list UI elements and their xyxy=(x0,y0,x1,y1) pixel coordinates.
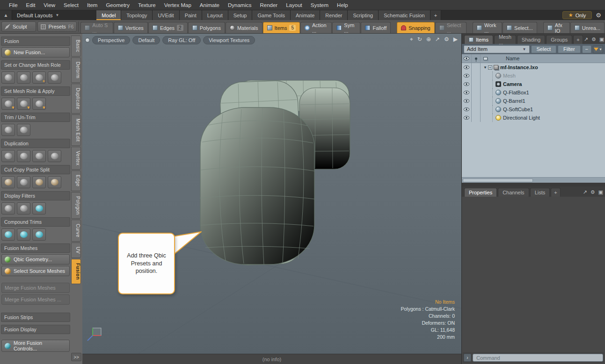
mode-tab-action[interactable]: Action ... xyxy=(300,22,332,33)
category-tab-vertex[interactable]: Vertex xyxy=(71,147,81,170)
select-button[interactable]: Select xyxy=(531,45,557,53)
fusion-section-header[interactable]: Fusion xyxy=(1,36,70,46)
visibility-eye-icon[interactable] xyxy=(464,82,469,86)
pane-pin-icon[interactable]: ▣ xyxy=(599,36,604,43)
mode-tab-unrea[interactable]: Unrea... xyxy=(570,22,605,33)
pane-pin-icon[interactable]: ▣ xyxy=(598,189,603,195)
filter-solid-button[interactable] xyxy=(1,202,15,214)
visibility-eye-icon[interactable] xyxy=(464,99,469,103)
display-filters-header[interactable]: Display Filters xyxy=(1,191,70,200)
role-clear-button[interactable] xyxy=(48,71,61,84)
duplicate-d-button[interactable] xyxy=(48,150,61,162)
menu-item[interactable]: Item xyxy=(83,0,102,10)
layout-tab-model[interactable]: Model xyxy=(96,10,121,20)
menu-view[interactable]: View xyxy=(39,0,59,10)
set-mesh-role-apply-header[interactable]: Set Mesh Role & Apply xyxy=(1,86,70,96)
tab-channels[interactable]: Channels xyxy=(498,188,529,197)
qbic-geometry-button[interactable]: Qbic Geometry... xyxy=(1,254,70,264)
layout-tab-setup[interactable]: Setup xyxy=(228,10,253,20)
mode-tab-snapping[interactable]: Snapping xyxy=(397,22,435,33)
layout-tab-scripting[interactable]: Scripting xyxy=(348,10,379,20)
fusion-display-header[interactable]: Fusion Display xyxy=(1,325,70,334)
role-add-button[interactable]: + xyxy=(32,71,46,84)
set-mesh-role-header[interactable]: Set or Change Mesh Role xyxy=(1,60,70,70)
visibility-eye-icon[interactable] xyxy=(464,65,469,69)
apply-trim-button[interactable]: ▾ xyxy=(17,98,30,110)
add-item-dropdown[interactable]: Add Item ▼ xyxy=(464,45,530,53)
compound-a-button[interactable] xyxy=(1,228,15,241)
role-primary-button[interactable] xyxy=(1,71,15,84)
maximize-view-icon[interactable]: ↗ xyxy=(435,36,440,43)
category-tab-edge[interactable]: Edge xyxy=(71,171,81,191)
menu-system[interactable]: System xyxy=(306,0,333,10)
filter-pair-button[interactable] xyxy=(17,202,30,214)
mode-tab-work[interactable]: Work ... xyxy=(473,22,502,33)
mode-tab-polygons[interactable]: Polygons xyxy=(188,22,225,33)
split-button[interactable] xyxy=(48,176,61,188)
item-row-q-softcube1[interactable]: Q-SoftCube1 xyxy=(462,105,605,114)
category-tab-uv[interactable]: UV xyxy=(71,243,81,258)
list-filter-funnel-button[interactable]: ▼ xyxy=(593,45,603,53)
tab-items[interactable]: Items xyxy=(464,35,493,44)
collapse-all-button[interactable]: − xyxy=(582,45,591,53)
menu-vertex-map[interactable]: Vertex Map xyxy=(160,0,196,10)
viewport-canvas[interactable]: PerspectiveDefaultRay GL: OffViewport Te… xyxy=(82,34,461,354)
pane-expand-icon[interactable]: ↗ xyxy=(583,189,587,195)
menu-geometry[interactable]: Geometry xyxy=(102,0,134,10)
untrim-button[interactable] xyxy=(17,124,30,136)
layouts-selector[interactable]: Default Layouts ▼ xyxy=(12,10,64,20)
item-row-q-barrel1[interactable]: Q-Barrel1 xyxy=(462,97,605,105)
layout-tab-item[interactable]: + xyxy=(430,10,441,20)
expand-plus-icon[interactable]: + xyxy=(488,65,492,70)
pane-options-icon[interactable]: ⚙ xyxy=(590,189,595,195)
pin-column-icon[interactable] xyxy=(475,57,477,60)
pane-expand-icon[interactable]: ↗ xyxy=(584,36,588,43)
presets-button[interactable]: Presets F6 xyxy=(37,21,77,32)
menu-file[interactable]: File xyxy=(5,0,22,10)
pin-cell[interactable] xyxy=(472,88,481,97)
pin-cell[interactable] xyxy=(472,105,481,114)
pin-cell[interactable] xyxy=(472,71,481,80)
mode-tab-afx-io[interactable]: Afx IO xyxy=(543,22,570,33)
duplication-header[interactable]: Duplication xyxy=(1,139,70,148)
pin-cell[interactable] xyxy=(472,80,481,88)
cut-copy-paste-split-header[interactable]: Cut Copy Paste Split xyxy=(1,165,70,174)
filter-button[interactable]: Filter xyxy=(558,45,580,53)
layout-tab-layout[interactable]: Layout xyxy=(202,10,228,20)
tab-groups[interactable]: Groups xyxy=(546,35,572,44)
compound-trims-header[interactable]: Compound Trims xyxy=(1,217,70,227)
category-tab-basic[interactable]: Basic xyxy=(71,36,81,57)
layout-tab-schematic-fusion[interactable]: Schematic Fusion xyxy=(379,10,430,20)
layout-tab-game-tools[interactable]: Game Tools xyxy=(252,10,291,20)
mode-tab-edges[interactable]: Edges2 xyxy=(148,22,188,33)
menu-render[interactable]: Render xyxy=(255,0,282,10)
mode-tab-select[interactable]: Select... xyxy=(503,22,537,33)
select-source-meshes-button[interactable]: Select Source Meshes xyxy=(1,266,70,276)
fusion-strips-header[interactable]: Fusion Strips xyxy=(1,313,70,322)
menu-texture[interactable]: Texture xyxy=(134,0,160,10)
layouts-home-icon[interactable]: ▲ xyxy=(0,10,12,20)
item-list-empty-area[interactable] xyxy=(462,150,605,177)
tab-item[interactable]: + xyxy=(573,35,583,44)
layers-column-icon[interactable] xyxy=(483,57,488,60)
pin-cell[interactable] xyxy=(472,114,481,122)
more-fusion-controls-button[interactable]: More Fusion Controls... xyxy=(1,340,70,352)
apply-intersect-button[interactable]: ▾ xyxy=(32,98,46,110)
sculpt-button[interactable]: Sculpt xyxy=(1,21,36,32)
fusion-meshes-header[interactable]: Fusion Meshes xyxy=(1,243,70,253)
only-toggle-button[interactable]: ★ Only xyxy=(562,11,592,19)
layout-tab-paint[interactable]: Paint xyxy=(180,10,202,20)
viewport-perspective-button[interactable]: Perspective xyxy=(92,36,130,44)
trim-untrim-header[interactable]: Trim / Un-Trim xyxy=(1,113,70,122)
role-trim-button[interactable] xyxy=(17,71,30,84)
command-history-icon[interactable]: › xyxy=(464,354,471,362)
pin-cell[interactable] xyxy=(472,97,481,105)
menu-dynamics[interactable]: Dynamics xyxy=(224,0,255,10)
layout-tab-animate[interactable]: Animate xyxy=(291,10,320,20)
mode-tab-falloff[interactable]: Falloff xyxy=(361,22,391,33)
menu-layout[interactable]: Layout xyxy=(282,0,306,10)
tab-item[interactable]: + xyxy=(551,188,560,197)
category-tab-fusion[interactable]: Fusion xyxy=(71,259,81,284)
compound-b-button[interactable] xyxy=(17,228,30,241)
command-input[interactable] xyxy=(473,354,603,362)
